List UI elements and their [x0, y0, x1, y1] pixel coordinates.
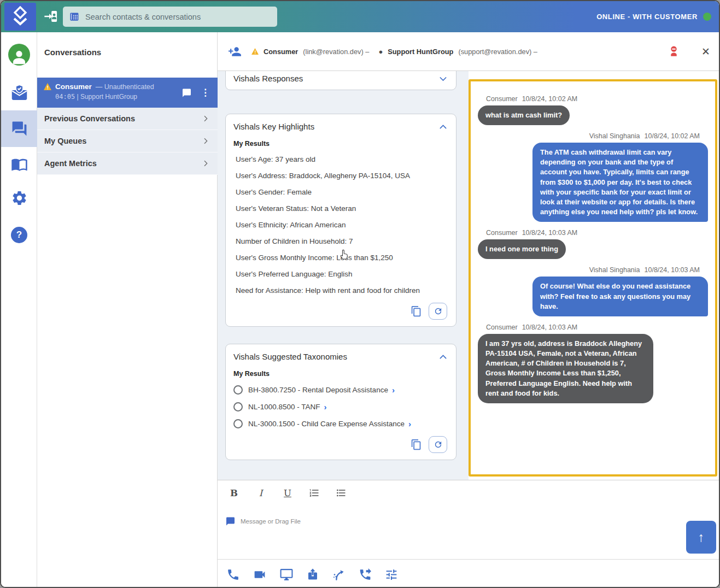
assistant-column[interactable]: Vishals Responses Vishals Key Highlights…	[218, 71, 469, 480]
rail-settings-button[interactable]	[1, 190, 37, 207]
top-bar: ONLINE - WITH CUSTOMER	[1, 1, 719, 32]
presence-dot: ●	[378, 48, 383, 56]
radio-unchecked-icon[interactable]	[233, 402, 243, 411]
bold-button[interactable]: B	[229, 488, 239, 498]
header-consumer-email: (link@revation.dev) –	[303, 48, 369, 56]
add-person-icon[interactable]	[227, 45, 242, 58]
radio-unchecked-icon[interactable]	[233, 385, 243, 395]
message-bubble: Of course! What else do you need assista…	[532, 277, 708, 316]
message-input[interactable]: Message or Drag File	[225, 516, 720, 526]
message-bubble: I need one more thing	[478, 239, 566, 259]
conversation-header: Consumer (link@revation.dev) – ● Support…	[218, 32, 720, 71]
conversation-name: Consumer	[55, 83, 92, 91]
message-bubble-icon	[225, 516, 236, 526]
status-online-dot	[703, 13, 711, 21]
send-arrow-icon: ↑	[698, 530, 705, 545]
chat-message: Consumer10/8/24, 10:02 AM what is atm ca…	[471, 88, 715, 125]
refresh-icon	[434, 307, 443, 316]
diamond-logo-icon	[11, 6, 30, 28]
chat-message: Consumer10/8/24, 10:03 AM I need one mor…	[471, 222, 715, 259]
person-icon	[10, 48, 28, 66]
refresh-button[interactable]	[429, 303, 447, 320]
rail-help-button[interactable]: ?	[1, 227, 37, 243]
rail-directory-button[interactable]	[1, 156, 37, 173]
contacts-book-icon	[68, 11, 80, 22]
italic-button[interactable]: I	[255, 488, 266, 498]
message-sender: Vishal Singhania	[589, 132, 640, 140]
copy-icon[interactable]	[411, 438, 422, 451]
chevron-down-icon[interactable]	[439, 76, 447, 81]
highlight-item: User's Veteran Status: Not a Veteran	[233, 204, 447, 213]
highlight-item: User's Age: 37 years old	[233, 155, 447, 164]
file-share-button[interactable]	[306, 568, 319, 581]
ordered-list-button[interactable]	[309, 487, 320, 498]
conversation-menu-icon[interactable]: ⋮	[201, 87, 210, 98]
chevron-right-icon[interactable]: ›	[324, 403, 327, 411]
conversations-panel: Conversations Consumer — Unauthenticated…	[37, 32, 218, 588]
sign-in-contact-icon[interactable]	[43, 9, 59, 24]
screen-share-button[interactable]	[279, 568, 294, 581]
block-user-icon[interactable]	[667, 45, 681, 58]
bullet-list-button[interactable]	[336, 487, 347, 498]
chat-bubble-icon[interactable]	[182, 88, 192, 98]
book-icon	[11, 156, 28, 173]
my-results-label: My Results	[233, 140, 447, 148]
chat-transcript[interactable]: Consumer10/8/24, 10:02 AM what is atm ca…	[469, 79, 717, 477]
radio-unchecked-icon[interactable]	[233, 419, 243, 428]
search-bar[interactable]	[63, 7, 277, 27]
avatar	[8, 44, 30, 66]
header-support-name: Support HuntGroup	[388, 48, 453, 56]
chevron-right-icon[interactable]: ›	[392, 386, 395, 394]
rail-inbox-button[interactable]	[1, 84, 37, 102]
taxonomy-option[interactable]: NL-3000.1500 - Child Care Expense Assist…	[233, 419, 447, 428]
chevron-up-icon[interactable]	[439, 124, 447, 130]
chat-message: Vishal Singhania10/8/24, 10:03 AM Of cou…	[471, 259, 715, 316]
conversation-section-row[interactable]: Agent Metrics	[37, 152, 218, 175]
conversation-section-row[interactable]: My Queues	[37, 130, 218, 152]
ai-transfer-button[interactable]	[332, 568, 346, 581]
underline-button[interactable]: U	[282, 488, 293, 498]
message-meta: Consumer10/8/24, 10:03 AM	[486, 229, 577, 237]
taxonomies-title: Vishals Suggested Taxonomies	[233, 352, 347, 361]
send-button[interactable]: ↑	[686, 521, 716, 554]
message-meta: Consumer10/8/24, 10:02 AM	[486, 95, 577, 103]
highlight-item: User's Ethnicity: African American	[233, 220, 447, 230]
highlight-list: User's Age: 37 years old User's Address:…	[233, 155, 447, 295]
chevron-right-icon	[201, 114, 210, 123]
taxonomy-option[interactable]: BH-3800.7250 - Rental Deposit Assistance…	[233, 385, 447, 395]
status-label: ONLINE - WITH CUSTOMER	[596, 13, 698, 21]
message-bubble: what is atm cash limit?	[478, 105, 570, 125]
conversation-item-selected[interactable]: Consumer — Unauthenticated 04:05 | Suppo…	[37, 78, 218, 108]
rail-profile-button[interactable]	[1, 44, 37, 66]
call-transfer-button[interactable]	[358, 568, 372, 581]
close-icon[interactable]: ✕	[701, 46, 710, 57]
message-meta: Vishal Singhania10/8/24, 10:03 AM	[589, 266, 700, 274]
taxonomy-option[interactable]: NL-1000.8500 - TANF ›	[233, 402, 447, 411]
search-input[interactable]	[85, 13, 272, 21]
highlight-item: User's Preferred Language: English	[233, 269, 447, 279]
rail-conversations-button[interactable]	[1, 120, 37, 137]
message-time: 10/8/24, 10:02 AM	[522, 95, 577, 103]
copy-icon[interactable]	[411, 305, 422, 317]
message-sender: Consumer	[486, 229, 518, 237]
conversation-section-row[interactable]: Previous Conversations	[37, 108, 218, 130]
message-bubble: I am 37 yrs old, address is Braddock All…	[478, 334, 653, 403]
key-highlights-card: Vishals Key Highlights My Results User's…	[225, 114, 456, 327]
highlight-item: User's Address: Braddock, Allegheny PA-1…	[233, 171, 447, 180]
highlight-item: Need for Assistance: Help with rent and …	[233, 286, 447, 295]
settings-sliders-button[interactable]	[384, 568, 399, 581]
video-call-button[interactable]	[253, 568, 267, 581]
presence-status[interactable]: ONLINE - WITH CUSTOMER	[596, 1, 711, 32]
warning-icon	[251, 48, 259, 55]
chevron-up-icon[interactable]	[439, 354, 447, 360]
chevron-right-icon[interactable]: ›	[408, 420, 411, 428]
message-time: 10/8/24, 10:03 AM	[522, 229, 577, 237]
responses-card: Vishals Responses	[225, 71, 456, 90]
taxonomy-list: BH-3800.7250 - Rental Deposit Assistance…	[233, 385, 447, 428]
highlight-item: User's Gross Monthly Income: Less than $…	[233, 253, 447, 262]
taxonomies-card: Vishals Suggested Taxonomies My Results …	[225, 344, 456, 460]
phone-call-button[interactable]	[226, 568, 240, 581]
warning-icon	[44, 83, 51, 90]
key-highlights-title: Vishals Key Highlights	[233, 122, 314, 131]
refresh-button[interactable]	[429, 436, 447, 453]
